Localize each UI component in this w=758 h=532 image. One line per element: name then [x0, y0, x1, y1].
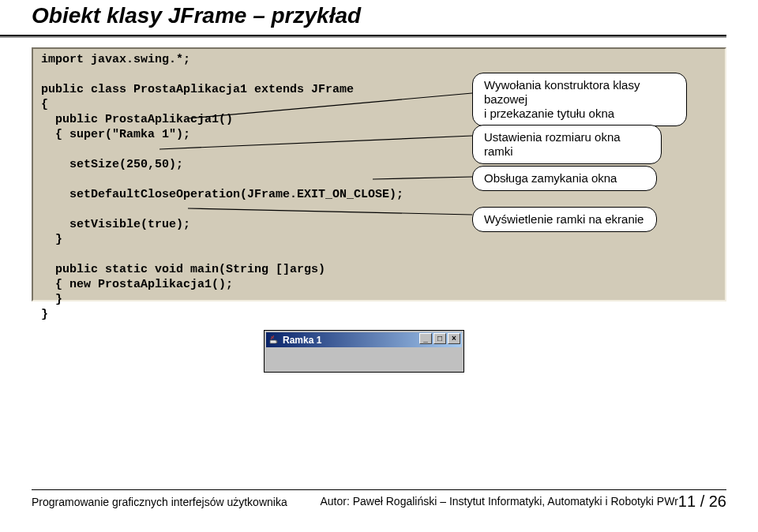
window-buttons: _ □ ×: [419, 333, 460, 344]
maximize-button[interactable]: □: [433, 333, 446, 344]
code-line: }: [41, 308, 48, 321]
callout-text: Wywołania konstruktora klasy bazowej: [484, 78, 675, 107]
callout-closeop: Obsługa zamykania okna: [472, 166, 657, 191]
code-line: }: [41, 293, 62, 306]
java-cup-icon: [268, 335, 280, 346]
window-titlebar: Ramka 1 _ □ ×: [266, 332, 462, 347]
code-line: setVisible(true);: [41, 218, 190, 231]
code-line: setSize(250,50);: [41, 158, 183, 171]
callout-text: i przekazanie tytułu okna: [484, 107, 675, 121]
example-window: Ramka 1 _ □ ×: [264, 330, 464, 373]
code-line: public static void main(String []args): [41, 263, 325, 276]
callout-setsize: Ustawienia rozmiaru okna ramki: [472, 125, 662, 164]
code-listing: import javax.swing.*; public class Prost…: [41, 52, 403, 322]
code-line: }: [41, 233, 62, 246]
footer-divider: [32, 489, 726, 490]
code-line: import javax.swing.*;: [41, 53, 190, 66]
code-line: public ProstaAplikacja1(): [41, 113, 233, 126]
minimize-button[interactable]: _: [419, 333, 432, 344]
footer-left: Programowanie graficznych interfejsów uż…: [32, 496, 287, 508]
footer-right: Autor: Paweł Rogaliński – Instytut Infor…: [320, 493, 726, 511]
title-underline: [0, 35, 726, 38]
code-line: {: [41, 98, 48, 111]
footer-page: 11 / 26: [678, 493, 726, 510]
window-title: Ramka 1: [283, 335, 321, 346]
code-line: { new ProstaAplikacja1();: [41, 278, 233, 291]
callout-setvisible: Wyświetlenie ramki na ekranie: [472, 207, 657, 232]
page-title: Obiekt klasy JFrame – przykład: [32, 3, 361, 28]
code-line: { super("Ramka 1");: [41, 128, 190, 141]
close-button[interactable]: ×: [448, 333, 460, 344]
code-line: public class ProstaAplikacja1 extends JF…: [41, 83, 354, 96]
callout-constructor: Wywołania konstruktora klasy bazowej i p…: [472, 73, 687, 126]
code-line: setDefaultCloseOperation(JFrame.EXIT_ON_…: [41, 188, 403, 201]
footer-author: Autor: Paweł Rogaliński – Instytut Infor…: [320, 495, 677, 508]
